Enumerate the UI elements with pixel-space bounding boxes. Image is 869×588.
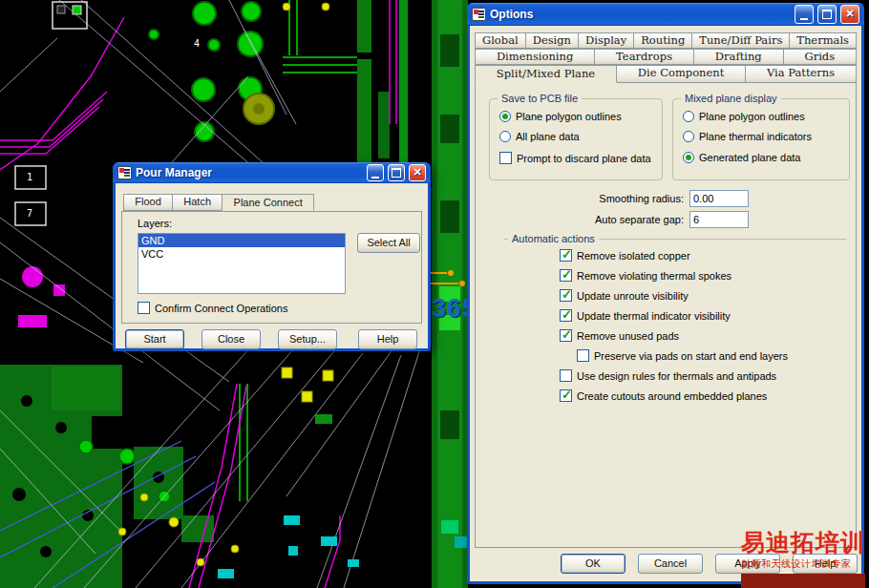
- tab-dimensioning[interactable]: Dimensioning: [475, 49, 595, 65]
- auto-separate-gap-input[interactable]: [689, 211, 749, 228]
- mixed-plane-group-title: Mixed plane display: [681, 93, 781, 104]
- tab-via-patterns[interactable]: Via Patterns: [745, 65, 857, 83]
- plane-connect-panel: Layers: GND VCC Select All Confirm Conne…: [121, 211, 422, 324]
- use-design-rules-checkbox[interactable]: [560, 369, 572, 382]
- minimize-button[interactable]: [795, 5, 814, 24]
- save-to-pcb-group: Save to PCB file Plane polygon outlines …: [489, 98, 663, 180]
- pads-app-icon: [472, 8, 486, 21]
- tab-flood[interactable]: Flood: [123, 194, 173, 211]
- tab-teardrops[interactable]: Teardrops: [594, 49, 694, 65]
- pour-manager-dialog: Pour Manager Flood Hatch Plane Connect L…: [113, 162, 431, 351]
- radio-label: Plane polygon outlines: [699, 111, 805, 122]
- radio-row: Plane polygon outlines: [499, 111, 622, 122]
- select-all-button[interactable]: Select All: [357, 233, 420, 253]
- ref-designator: 4: [194, 38, 200, 49]
- create-cutouts-checkbox[interactable]: [560, 389, 572, 402]
- checkbox-label: Preserve via pads on start and end layer…: [594, 350, 788, 362]
- ref-designator: 1: [27, 172, 32, 182]
- training-watermark-title: 易迪拓培训: [741, 530, 867, 555]
- training-watermark: 易迪拓培训 射频和天线设计培训专家: [741, 530, 867, 588]
- layers-label: Layers:: [138, 218, 172, 229]
- remove-unused-pads-checkbox[interactable]: [560, 329, 572, 342]
- all-plane-data-radio[interactable]: [499, 131, 511, 142]
- options-dialog: Options Global Design Display Routing Tu…: [467, 3, 864, 584]
- radio-row: Plane thermal indicators: [683, 131, 812, 142]
- checkbox-label: Update unroute visibility: [577, 290, 689, 302]
- ok-button[interactable]: OK: [561, 554, 625, 574]
- checkbox-row: Prompt to discard plane data: [499, 152, 651, 164]
- tab-design[interactable]: Design: [525, 32, 579, 49]
- plane-polygon-outlines-radio[interactable]: [499, 111, 511, 122]
- tab-grids[interactable]: Grids: [783, 49, 857, 65]
- plane-thermal-indicators-radio[interactable]: [683, 131, 694, 142]
- checkbox-label: Prompt to discard plane data: [517, 153, 651, 164]
- options-tab-row-3: Split/Mixed Plane Die Component Via Patt…: [475, 65, 857, 83]
- confirm-connect-row: Confirm Connect Operations: [138, 302, 287, 314]
- layer-item-gnd[interactable]: GND: [138, 234, 345, 247]
- automatic-actions-title: Automatic actions: [508, 233, 599, 244]
- generated-plane-data-radio[interactable]: [683, 152, 694, 163]
- remove-isolated-copper-checkbox[interactable]: [560, 249, 572, 262]
- pour-manager-title: Pour Manager: [136, 166, 363, 179]
- tab-hatch[interactable]: Hatch: [172, 194, 223, 211]
- training-watermark-subtitle: 射频和天线设计培训专家: [741, 557, 867, 571]
- options-tab-row-2: Dimensioning Teardrops Drafting Grids: [475, 49, 857, 65]
- checkbox-label: Remove violating thermal spokes: [577, 270, 731, 282]
- tab-display[interactable]: Display: [578, 32, 634, 49]
- auto-action-row-indented: Preserve via pads on start and end layer…: [577, 349, 788, 362]
- preserve-via-pads-checkbox[interactable]: [577, 349, 589, 362]
- auto-action-row: Remove violating thermal spokes: [560, 269, 731, 282]
- tab-routing[interactable]: Routing: [633, 32, 692, 49]
- checkbox-label: Remove isolated copper: [577, 250, 690, 262]
- auto-action-row: Create cutouts around embedded planes: [560, 389, 767, 402]
- pads-app-icon: [117, 166, 132, 179]
- maximize-button[interactable]: [817, 5, 837, 24]
- cancel-button[interactable]: Cancel: [638, 554, 703, 574]
- maximize-button[interactable]: [388, 164, 405, 181]
- tab-die-component[interactable]: Die Component: [616, 65, 746, 83]
- radio-row: All plane data: [499, 131, 580, 142]
- auto-separate-gap-label: Auto separate gap:: [560, 214, 684, 225]
- auto-action-row: Update thermal indicator visibility: [560, 309, 731, 322]
- radio-label: Plane polygon outlines: [516, 111, 622, 122]
- radio-row: Generated plane data: [683, 152, 800, 163]
- close-button[interactable]: [840, 5, 859, 24]
- smoothing-radius-input[interactable]: [689, 190, 749, 207]
- confirm-connect-label: Confirm Connect Operations: [155, 303, 287, 314]
- auto-action-row: Update unroute visibility: [560, 289, 689, 302]
- options-tab-row-1: Global Design Display Routing Tune/Diff …: [475, 32, 857, 49]
- tab-drafting[interactable]: Drafting: [693, 49, 784, 65]
- confirm-connect-checkbox[interactable]: [138, 302, 150, 314]
- smoothing-radius-label: Smoothing radius:: [560, 193, 684, 204]
- close-action-button[interactable]: Close: [201, 329, 261, 349]
- application-window: 1 7 4 EDA365 Pour Manager Flood Hatch: [0, 0, 869, 588]
- close-button[interactable]: [409, 164, 426, 181]
- checkbox-label: Use design rules for thermals and antipa…: [577, 370, 776, 382]
- update-unroute-visibility-checkbox[interactable]: [560, 289, 572, 302]
- tab-plane-connect[interactable]: Plane Connect: [222, 194, 314, 211]
- tab-global[interactable]: Global: [475, 32, 526, 49]
- prompt-discard-checkbox[interactable]: [499, 152, 512, 164]
- radio-label: All plane data: [516, 131, 580, 142]
- update-thermal-indicator-visibility-checkbox[interactable]: [560, 309, 572, 322]
- remove-violating-thermal-spokes-checkbox[interactable]: [560, 269, 572, 282]
- tab-thermals[interactable]: Thermals: [789, 32, 857, 49]
- tab-tune-diff-pairs[interactable]: Tune/Diff Pairs: [691, 32, 790, 49]
- tab-split-mixed-plane[interactable]: Split/Mixed Plane: [475, 65, 617, 83]
- minimize-button[interactable]: [367, 164, 384, 181]
- layers-listbox[interactable]: GND VCC: [138, 233, 346, 294]
- auto-action-row: Remove unused pads: [560, 329, 679, 342]
- start-button[interactable]: Start: [125, 329, 184, 349]
- layer-item-vcc[interactable]: VCC: [138, 247, 345, 261]
- setup-button[interactable]: Setup...: [278, 329, 337, 349]
- save-to-pcb-group-title: Save to PCB file: [498, 93, 582, 104]
- radio-label: Generated plane data: [699, 152, 800, 163]
- pour-manager-titlebar[interactable]: Pour Manager: [113, 162, 431, 183]
- ref-designator: 7: [27, 208, 32, 219]
- radio-row: Plane polygon outlines: [683, 111, 805, 122]
- options-titlebar[interactable]: Options: [467, 3, 864, 26]
- pour-manager-tabs: Flood Hatch Plane Connect: [123, 194, 314, 211]
- help-button[interactable]: Help: [358, 329, 417, 349]
- split-mixed-plane-panel: Save to PCB file Plane polygon outlines …: [475, 82, 857, 548]
- mixed-plane-polygon-outlines-radio[interactable]: [683, 111, 694, 122]
